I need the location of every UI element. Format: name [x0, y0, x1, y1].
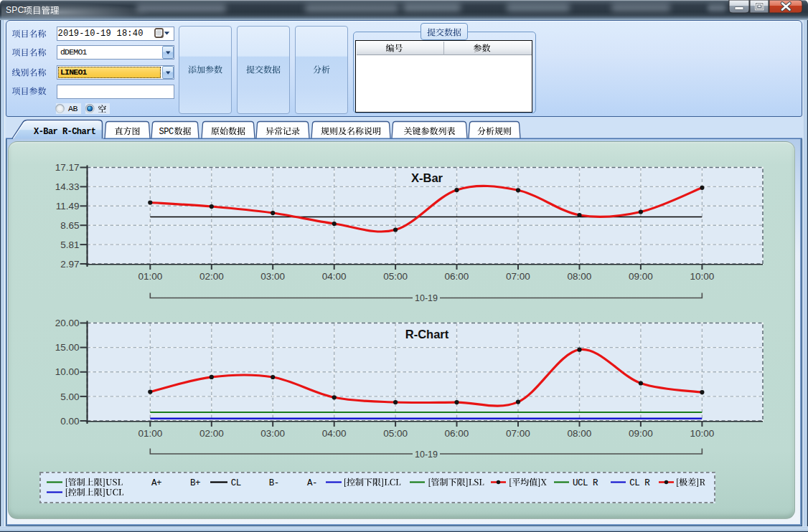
svg-text:20.00: 20.00	[55, 318, 80, 328]
svg-text:17.17: 17.17	[55, 162, 80, 173]
svg-text:09:00: 09:00	[629, 428, 653, 439]
svg-text:0.00: 0.00	[60, 416, 79, 427]
svg-text:A+: A+	[151, 478, 161, 488]
svg-text:SPC: SPC	[159, 127, 174, 137]
svg-text:2.97: 2.97	[60, 259, 79, 270]
svg-text:06:00: 06:00	[445, 428, 469, 439]
svg-text:04:00: 04:00	[322, 271, 347, 282]
svg-text:05:00: 05:00	[383, 271, 408, 282]
svg-text:06:00: 06:00	[445, 271, 469, 282]
svg-text:10:00: 10:00	[690, 428, 715, 439]
svg-text:08:00: 08:00	[568, 428, 592, 439]
svg-text:X-Bar: X-Bar	[411, 171, 443, 184]
svg-text:15.00: 15.00	[55, 342, 80, 353]
svg-text:02:00: 02:00	[199, 428, 224, 439]
svg-text:10-19: 10-19	[415, 450, 438, 460]
svg-text:07:00: 07:00	[506, 428, 530, 439]
svg-text:11.49: 11.49	[56, 201, 80, 212]
svg-text:08:00: 08:00	[568, 271, 592, 282]
svg-text:10:00: 10:00	[690, 271, 715, 282]
svg-text:X-Bar R-Chart: X-Bar R-Chart	[34, 127, 96, 137]
svg-text:01:00: 01:00	[138, 428, 162, 439]
svg-text:10-19: 10-19	[415, 293, 438, 303]
svg-text:03:00: 03:00	[260, 428, 285, 439]
svg-text:01:00: 01:00	[138, 271, 162, 282]
svg-text:CL R: CL R	[629, 478, 650, 488]
svg-text:04:00: 04:00	[322, 428, 347, 439]
svg-text:8.65: 8.65	[60, 220, 79, 231]
svg-text:CL: CL	[231, 478, 241, 488]
svg-text:02:00: 02:00	[199, 271, 224, 282]
svg-text:B+: B+	[190, 478, 200, 488]
svg-text:05:00: 05:00	[383, 428, 408, 439]
svg-text:A-: A-	[307, 478, 317, 488]
svg-text:09:00: 09:00	[629, 271, 653, 282]
svg-text:14.33: 14.33	[55, 181, 80, 192]
svg-text:UCL R: UCL R	[573, 478, 598, 488]
svg-text:03:00: 03:00	[260, 271, 285, 282]
svg-text:5.00: 5.00	[60, 391, 79, 402]
svg-text:R-Chart: R-Chart	[405, 328, 449, 341]
svg-text:07:00: 07:00	[506, 271, 530, 282]
svg-text:10.00: 10.00	[55, 366, 80, 377]
svg-text:5.81: 5.81	[60, 239, 79, 250]
svg-text:B-: B-	[269, 478, 279, 488]
